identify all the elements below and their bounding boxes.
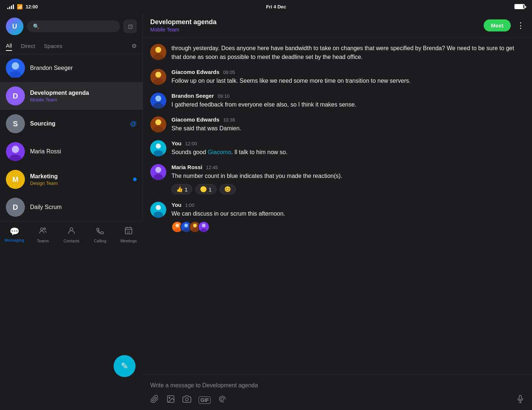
more-options-button[interactable]: ⋮ — [517, 21, 525, 30]
contact-item-maria[interactable]: Maria Rossi — [0, 138, 143, 165]
message-giacomo-0905: Giacomo Edwards 09:05 Follow up on our l… — [150, 69, 525, 85]
msg-sender-giacomo-1038: Giacomo Edwards — [171, 116, 219, 123]
msg-avatar-maria-1245 — [150, 164, 166, 180]
contact-info-dev: Development agenda Mobile Team — [30, 90, 137, 102]
teams-icon — [38, 226, 47, 237]
nav-teams[interactable]: Teams — [32, 226, 54, 243]
tab-spaces[interactable]: Spaces — [44, 41, 62, 51]
msg-time-giacomo-1038: 10:38 — [223, 117, 235, 123]
nav-calling[interactable]: Calling — [89, 226, 111, 243]
svg-point-39 — [193, 224, 197, 227]
msg-header-you-1200: You 12:00 — [171, 140, 525, 146]
attachment-icon[interactable] — [150, 395, 159, 406]
signal-bars — [7, 4, 14, 9]
cast-symbol: ⊡ — [128, 23, 133, 30]
reaction-thumbsup[interactable]: 👍 1 — [171, 184, 192, 194]
tab-direct[interactable]: Direct — [21, 41, 35, 51]
svg-point-47 — [221, 398, 224, 400]
msg-header-giacomo-1038: Giacomo Edwards 10:38 — [171, 116, 525, 123]
svg-point-46 — [185, 398, 188, 401]
message-brandon-0910: Brandon Seeger 09:10 I gathered feedback… — [150, 93, 525, 109]
msg-text-maria-1245: The number count in blue indicates that … — [171, 172, 525, 180]
svg-point-24 — [156, 144, 161, 149]
contact-item-marketing[interactable]: M Marketing Design Team — [0, 165, 143, 193]
msg-sender-maria-1245: Maria Rossi — [171, 164, 202, 170]
msg-text-giacomo-0905: Follow up on our last talk. Seems like w… — [171, 77, 525, 85]
msg-sender-you-1200: You — [171, 140, 181, 146]
status-left: 📶 12:00 — [7, 4, 38, 10]
msg-time-you-0100: 1:00 — [185, 202, 194, 208]
reaction-thumbsup-count: 1 — [185, 186, 188, 193]
chat-title-area: Development agenda Mobile Team — [150, 18, 484, 33]
message-you-0100: You 1:00 We can discuss in our scrum thi… — [150, 202, 525, 233]
main-layout: U 🔍 ⊡ All Direct Spaces ⚙ — [0, 13, 532, 410]
meet-button[interactable]: Meet — [484, 19, 511, 31]
svg-point-27 — [155, 167, 161, 173]
msg-sender-giacomo-0905: Giacomo Edwards — [171, 69, 219, 75]
mic-icon[interactable] — [516, 395, 525, 406]
contact-item-development-agenda[interactable]: D Development agenda Mobile Team — [0, 82, 143, 110]
msg-header-giacomo-0905: Giacomo Edwards 09:05 — [171, 69, 525, 75]
svg-point-18 — [155, 96, 161, 101]
nav-teams-label: Teams — [37, 239, 49, 243]
gif-icon[interactable]: GIF — [199, 396, 211, 404]
avatar-group-seen — [171, 221, 525, 233]
contact-info-maria: Maria Rossi — [30, 148, 137, 155]
nav-contacts-label: Contacts — [63, 239, 79, 243]
contact-item-daily-scrum[interactable]: D Daily Scrum — [0, 193, 143, 221]
contact-avatar-dev: D — [6, 86, 25, 105]
nav-messaging[interactable]: 💬 Messaging — [3, 227, 25, 242]
svg-point-4 — [12, 146, 19, 153]
contact-item-sourcing[interactable]: S Sourcing @ — [0, 110, 143, 138]
wifi-icon: 📶 — [17, 4, 23, 10]
svg-point-30 — [156, 205, 161, 210]
status-date: Fri 4 Dec — [266, 4, 286, 10]
mention-icon[interactable] — [218, 395, 227, 406]
contact-name-dev: Development agenda — [30, 90, 137, 96]
contact-name-marketing: Marketing — [30, 173, 137, 180]
new-chat-fab[interactable]: ✎ — [114, 355, 136, 377]
search-bar[interactable]: 🔍 — [27, 20, 120, 32]
contact-item-brandon-seeger[interactable]: Brandon Seeger — [0, 54, 143, 82]
contact-sub-dev: Mobile Team — [30, 97, 137, 102]
contact-avatar-brandon — [6, 59, 25, 78]
calling-icon — [96, 226, 104, 237]
tab-all[interactable]: All — [6, 41, 12, 51]
status-right — [514, 4, 525, 9]
user-avatar[interactable]: U — [6, 18, 23, 35]
svg-point-36 — [184, 224, 188, 227]
msg-sender-brandon-0910: Brandon Seeger — [171, 93, 214, 99]
message-you-1200: You 12:00 Sounds good Giacomo. Il talk t… — [150, 140, 525, 157]
sidebar-header: U 🔍 ⊡ — [0, 13, 143, 40]
nav-contacts[interactable]: Contacts — [60, 226, 82, 243]
contact-list: Brandon Seeger D Development agenda Mobi… — [0, 54, 143, 221]
nav-meetings[interactable]: 17 Meetings — [118, 226, 140, 243]
reaction-smile[interactable]: 😊 — [219, 184, 236, 194]
msg-text-you-0100: We can discuss in our scrum this afterno… — [171, 209, 525, 218]
message-input-placeholder[interactable]: Write a message to Development agenda — [150, 379, 525, 392]
reaction-yellow[interactable]: 🟡 1 — [195, 184, 216, 194]
cast-icon[interactable]: ⊡ — [123, 20, 137, 33]
contact-at-sourcing: @ — [130, 120, 137, 128]
reactions-row: 👍 1 🟡 1 😊 — [171, 184, 525, 194]
reaction-thumbsup-emoji: 👍 — [176, 186, 183, 193]
msg-content-maria-1245: Maria Rossi 12:45 The number count in bl… — [171, 164, 525, 194]
nav-messaging-label: Messaging — [4, 238, 24, 242]
svg-point-8 — [70, 228, 73, 231]
chat-panel: Development agenda Mobile Team Meet ⋮ th… — [143, 13, 532, 410]
contact-avatar-maria — [6, 142, 25, 161]
msg-header-maria-1245: Maria Rossi 12:45 — [171, 164, 525, 170]
msg-content-giacomo-1038: Giacomo Edwards 10:38 She said that was … — [171, 116, 525, 133]
meetings-icon: 17 — [124, 226, 133, 237]
filter-icon[interactable]: ⚙ — [132, 42, 137, 49]
msg-time-brandon-0910: 09:10 — [218, 93, 230, 99]
image-icon[interactable] — [166, 395, 175, 406]
msg-content-partial: through yesterday. Does anyone here have… — [171, 44, 525, 61]
chat-input-area: Write a message to Development agenda — [143, 374, 532, 410]
chat-subtitle: Mobile Team — [150, 27, 484, 33]
msg-avatar-you-0100 — [150, 202, 166, 218]
camera-icon[interactable] — [182, 395, 191, 406]
svg-point-45 — [169, 397, 170, 398]
contact-info-brandon: Brandon Seeger — [30, 65, 137, 71]
avatar-seen-4 — [198, 221, 210, 233]
